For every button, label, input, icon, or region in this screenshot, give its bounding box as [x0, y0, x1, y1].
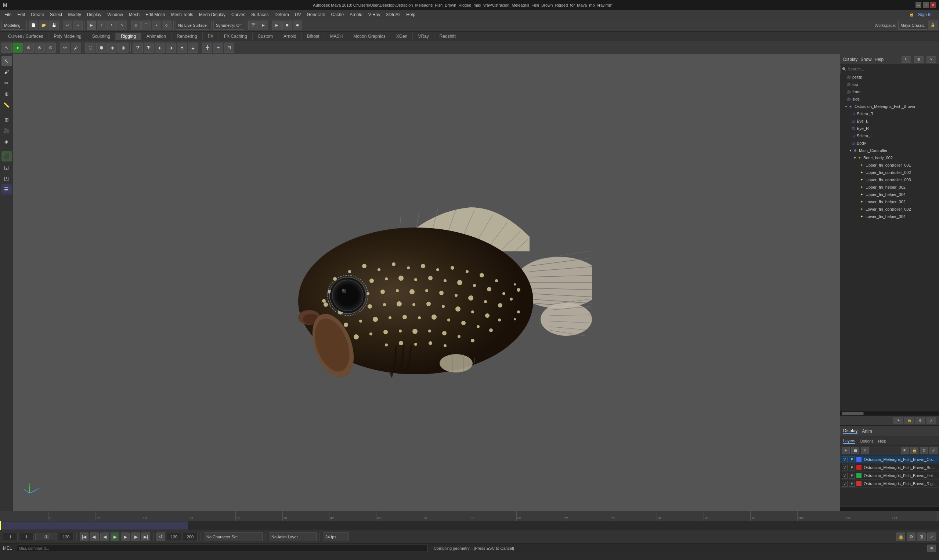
- menu-display[interactable]: Display: [84, 11, 104, 18]
- stop-btn[interactable]: ⏹: [282, 20, 292, 30]
- outliner-display-btn[interactable]: Display: [843, 57, 857, 62]
- tree-top[interactable]: 🎥 top: [840, 81, 939, 88]
- layer-bones[interactable]: V P Ostracion_Meleagris_Fish_Brown_Bones: [840, 463, 939, 472]
- deform6-btn[interactable]: ⬙: [188, 43, 198, 53]
- mel-input[interactable]: [17, 545, 428, 552]
- ipr-btn[interactable]: ▶: [259, 20, 268, 30]
- menu-mesh[interactable]: Mesh: [126, 11, 142, 18]
- tree-sclera-l[interactable]: ◱ Sclera_L: [840, 132, 939, 140]
- viewport[interactable]: View Shading Lighting Show Renderer Pane…: [13, 54, 840, 511]
- wire-btn[interactable]: ╋: [202, 43, 212, 53]
- measure-btn[interactable]: 📏: [2, 100, 12, 110]
- menu-modify[interactable]: Modify: [65, 11, 84, 18]
- tab-poly-modeling[interactable]: Poly Modeling: [48, 33, 87, 40]
- right-panel-hscroll[interactable]: [840, 506, 939, 511]
- tab-curves-surfaces[interactable]: Curves / Surfaces: [3, 33, 48, 40]
- deform3-btn[interactable]: ⬖: [154, 43, 165, 53]
- left-cam-btn[interactable]: 🎥: [2, 126, 12, 136]
- redo-btn[interactable]: ↪: [73, 20, 83, 30]
- options-subtab[interactable]: Options: [860, 439, 874, 443]
- layer-color-swatch[interactable]: [856, 457, 862, 462]
- tree-eye-r[interactable]: ◱ Eye_R: [840, 125, 939, 132]
- tree-sclera-r[interactable]: ◱ Sclera_R: [840, 110, 939, 117]
- select-mode-btn[interactable]: ↖: [2, 56, 12, 66]
- tab-arnold[interactable]: Arnold: [278, 33, 302, 40]
- menu-editmesh[interactable]: Edit Mesh: [142, 11, 168, 18]
- panel-lock-btn[interactable]: 🔒: [905, 417, 914, 424]
- deform4-btn[interactable]: ⬗: [166, 43, 176, 53]
- layer-color-swatch[interactable]: [856, 481, 862, 486]
- workspace-dropdown[interactable]: Maya Classic: [898, 21, 927, 30]
- snap-btn[interactable]: ⊕: [2, 89, 12, 99]
- range-start-input[interactable]: [19, 533, 34, 541]
- left-rig-btn[interactable]: ◰: [2, 173, 12, 183]
- sculpt-btn[interactable]: ✏: [2, 78, 12, 88]
- next-frame-btn[interactable]: ▶: [121, 532, 130, 541]
- rotate-tool-btn[interactable]: ↻: [107, 20, 117, 30]
- minimize-button[interactable]: —: [916, 2, 921, 8]
- layer-icon2-btn[interactable]: 🔒: [910, 447, 919, 454]
- joint-btn[interactable]: ⊕: [23, 43, 34, 53]
- layer-vis-btn[interactable]: V: [842, 481, 848, 487]
- layer-pick-btn[interactable]: P: [849, 457, 855, 462]
- outliner-hscroll[interactable]: [840, 411, 939, 415]
- outliner-show-btn[interactable]: Show: [860, 57, 871, 62]
- layer-pick-btn[interactable]: P: [849, 481, 855, 487]
- menu-3dtoall[interactable]: 3DtoAll: [383, 11, 404, 18]
- menu-file[interactable]: File: [2, 11, 14, 18]
- tree-upper-fin-ctrl-003[interactable]: ✦ Upper_fin_controller_003: [840, 176, 939, 183]
- no-live-surface-dropdown[interactable]: No Live Surface: [176, 21, 209, 30]
- play-btn[interactable]: ▶: [272, 20, 282, 30]
- tab-fx[interactable]: FX: [203, 33, 219, 40]
- snap-curve-btn[interactable]: ⌒: [141, 20, 151, 30]
- tree-lower-fin-helper-004[interactable]: ✦ Lower_fin_helper_004: [840, 213, 939, 220]
- layer-delete-btn[interactable]: ✕: [861, 447, 869, 454]
- menu-cache[interactable]: Cache: [328, 11, 347, 18]
- outliner-filter-btn[interactable]: ⊞: [914, 56, 924, 63]
- menu-meshtools[interactable]: Mesh Tools: [168, 11, 196, 18]
- menu-edit[interactable]: Edit: [14, 11, 28, 18]
- tree-eye-l[interactable]: ◱ Eye_L: [840, 117, 939, 125]
- minus-btn[interactable]: ⊟: [224, 43, 234, 53]
- panel-gear-btn[interactable]: ⚙: [916, 417, 925, 424]
- undo-btn[interactable]: ↩: [63, 20, 72, 30]
- scale-tool-btn[interactable]: ⤡: [117, 20, 127, 30]
- no-anim-layer-dropdown[interactable]: No Anim Layer: [269, 532, 316, 541]
- menu-meshdisplay[interactable]: Mesh Display: [196, 11, 228, 18]
- next-key-btn[interactable]: |▶: [131, 532, 140, 541]
- tree-upper-fin-ctrl-001[interactable]: ✦ Upper_fin_controller_001: [840, 162, 939, 169]
- layer-pick-btn[interactable]: P: [849, 465, 855, 471]
- layer-helpers[interactable]: V P Ostracion_Meleagris_Fish_Brown_Helpe…: [840, 472, 939, 480]
- deform1-btn[interactable]: ⧩: [133, 43, 143, 53]
- search-input[interactable]: [848, 67, 937, 71]
- timeline-playback-bar[interactable]: [0, 521, 939, 530]
- muscle-btn[interactable]: ◈: [107, 43, 117, 53]
- tab-custom[interactable]: Custom: [253, 33, 278, 40]
- tab-sculpting[interactable]: Sculpting: [87, 33, 116, 40]
- tab-motion-graphics[interactable]: Motion Graphics: [348, 33, 391, 40]
- deform5-btn[interactable]: ⬘: [177, 43, 187, 53]
- left-deform-btn[interactable]: ◱: [2, 162, 12, 172]
- layer-add-btn[interactable]: +: [842, 447, 850, 454]
- pb-icon4-btn[interactable]: ⤢: [927, 532, 936, 541]
- layers-subtab[interactable]: Layers: [843, 438, 855, 444]
- menu-uv[interactable]: UV: [292, 11, 304, 18]
- no-character-set-dropdown[interactable]: No Character Set: [204, 532, 262, 541]
- menu-window[interactable]: Window: [104, 11, 126, 18]
- tree-body[interactable]: ◱ Body: [840, 140, 939, 147]
- panel-expand-btn[interactable]: ⤢: [927, 417, 936, 424]
- panel-visibility-btn[interactable]: 👁: [893, 417, 903, 424]
- tree-upper-fin-helper-004[interactable]: ✦ Upper_fin_helper_004: [840, 191, 939, 198]
- save-scene-btn[interactable]: 💾: [49, 20, 59, 30]
- display-tab[interactable]: Display: [843, 428, 857, 434]
- layer-color-swatch[interactable]: [856, 465, 862, 470]
- tab-fx-caching[interactable]: FX Caching: [219, 33, 253, 40]
- close-button[interactable]: ✕: [930, 2, 936, 8]
- menu-select[interactable]: Select: [47, 11, 65, 18]
- tab-vray[interactable]: VRay: [413, 33, 434, 40]
- tree-side[interactable]: 🎥 side: [840, 95, 939, 103]
- menu-curves[interactable]: Curves: [228, 11, 248, 18]
- left-render-btn[interactable]: ◈: [2, 137, 12, 147]
- select-icon-btn[interactable]: ↖: [2, 43, 12, 53]
- layer-vis-btn[interactable]: V: [842, 473, 848, 478]
